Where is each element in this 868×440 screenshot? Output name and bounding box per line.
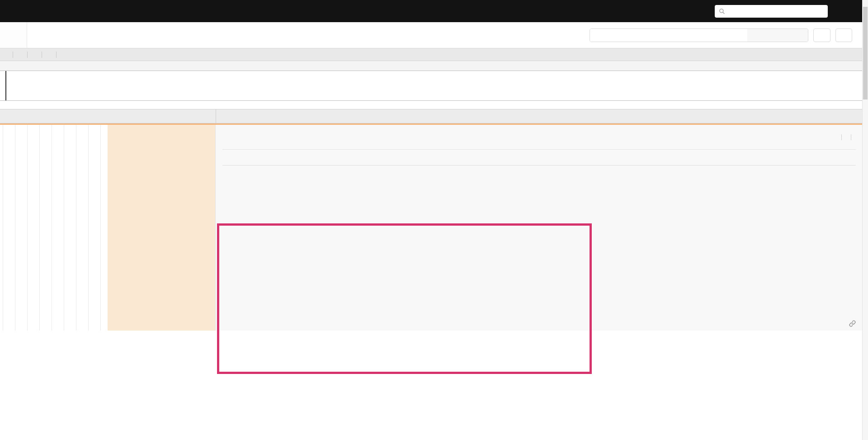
span-detail-panel	[216, 125, 862, 331]
search-icon	[719, 8, 725, 14]
timeline-column-header	[0, 109, 862, 123]
top-nav-bar	[0, 0, 862, 22]
trace-minimap[interactable]	[0, 71, 862, 101]
span-subtree-band	[108, 125, 215, 331]
keyboard-shortcuts-button[interactable]	[813, 28, 830, 42]
trace-meta-bar	[0, 48, 862, 61]
minimap-drag-handle[interactable]	[5, 71, 6, 100]
trace-id-lookup[interactable]	[715, 5, 828, 18]
minimap-tick-labels	[0, 61, 862, 71]
trace-page-header	[0, 22, 862, 48]
trace-id-lookup-input[interactable]	[728, 8, 824, 15]
vertical-scrollbar[interactable]	[862, 0, 868, 440]
link-icon[interactable]	[849, 320, 856, 327]
scrollbar-thumb[interactable]	[863, 7, 868, 99]
span-detail-row	[0, 123, 862, 331]
span-detail-name-column	[0, 125, 216, 331]
find-controls	[747, 29, 808, 42]
scrollbar-up-icon[interactable]	[863, 0, 868, 6]
find-input[interactable]	[590, 29, 747, 42]
back-button[interactable]	[0, 22, 27, 48]
span-detail-meta	[837, 134, 856, 140]
find-box[interactable]	[590, 28, 808, 42]
trace-view-select[interactable]	[835, 28, 852, 42]
tags-section-toggle[interactable]	[222, 153, 856, 166]
span-id-footer	[843, 320, 856, 326]
trace-header-controls	[590, 28, 852, 42]
process-section-toggle[interactable]	[222, 171, 856, 179]
